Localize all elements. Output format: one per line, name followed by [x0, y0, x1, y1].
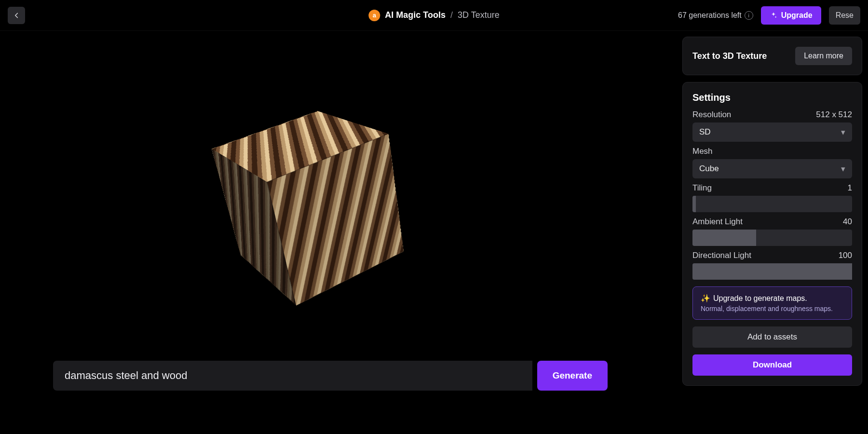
prompt-input[interactable]: [53, 361, 532, 391]
texture-preview[interactable]: [207, 108, 410, 301]
arrow-left-icon: [12, 11, 21, 20]
download-button[interactable]: Download: [692, 354, 852, 376]
mesh-select[interactable]: Cube ▾: [692, 159, 852, 178]
upgrade-maps-card[interactable]: ✨ Upgrade to generate maps. Normal, disp…: [692, 286, 852, 320]
upgrade-button[interactable]: Upgrade: [761, 6, 821, 25]
mesh-label: Mesh: [692, 147, 713, 156]
mesh-select-value: Cube: [699, 164, 719, 174]
breadcrumb-main[interactable]: AI Magic Tools: [385, 10, 446, 20]
directional-light-value: 100: [839, 251, 852, 260]
avatar: a: [368, 10, 380, 21]
panel-title: Text to 3D Texture: [692, 51, 767, 61]
upgrade-maps-subtitle: Normal, displacement and roughness maps.: [701, 305, 844, 312]
ambient-light-label: Ambient Light: [692, 217, 743, 227]
breadcrumb: AI Magic Tools / 3D Texture: [385, 10, 499, 20]
generations-left: 67 generations left i: [678, 11, 753, 20]
directional-light-slider-fill: [692, 263, 852, 280]
chevron-down-icon: ▾: [841, 164, 845, 174]
resolution-value: 512 x 512: [816, 110, 852, 120]
breadcrumb-separator: /: [450, 10, 453, 20]
tiling-slider-fill: [692, 196, 696, 212]
generate-button[interactable]: Generate: [537, 361, 608, 391]
sparkle-icon: ✨: [701, 294, 710, 303]
tiling-label: Tiling: [692, 183, 712, 193]
learn-more-button[interactable]: Learn more: [795, 47, 852, 65]
tiling-slider[interactable]: [692, 196, 852, 212]
reset-button[interactable]: Rese: [829, 6, 860, 25]
generations-left-text: 67 generations left: [678, 11, 742, 20]
settings-title: Settings: [692, 92, 852, 103]
preview-viewport[interactable]: Generate: [0, 31, 682, 434]
directional-light-slider[interactable]: [692, 263, 852, 280]
directional-light-label: Directional Light: [692, 251, 751, 260]
chevron-down-icon: ▾: [841, 127, 845, 137]
resolution-label: Resolution: [692, 110, 731, 120]
tiling-value: 1: [848, 183, 852, 193]
info-icon[interactable]: i: [745, 11, 753, 20]
back-button[interactable]: [8, 7, 25, 24]
breadcrumb-sub: 3D Texture: [458, 10, 500, 20]
resolution-select-value: SD: [699, 127, 711, 137]
upgrade-label: Upgrade: [781, 11, 813, 20]
resolution-select[interactable]: SD ▾: [692, 122, 852, 142]
ambient-light-slider[interactable]: [692, 230, 852, 246]
ambient-light-value: 40: [843, 217, 852, 227]
ambient-light-slider-fill: [692, 230, 756, 246]
upgrade-maps-title: Upgrade to generate maps.: [713, 294, 807, 303]
add-to-assets-button[interactable]: Add to assets: [692, 326, 852, 348]
sparkle-icon: [770, 12, 777, 19]
